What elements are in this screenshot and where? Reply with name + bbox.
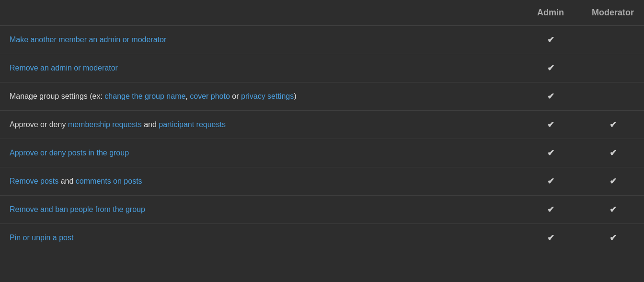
table-row: Remove and ban people from the group✔✔ xyxy=(0,196,644,224)
permissions-table-container: Admin Moderator Make another member an a… xyxy=(0,0,644,252)
feature-text: or xyxy=(230,92,241,100)
checkmark-icon: ✔ xyxy=(610,205,617,214)
admin-check-cell-7: ✔ xyxy=(519,196,582,224)
feature-cell-1: Make another member an admin or moderato… xyxy=(0,26,519,54)
feature-link[interactable]: cover photo xyxy=(190,92,230,100)
checkmark-icon: ✔ xyxy=(610,233,617,243)
feature-link[interactable]: Approve or deny posts in the group xyxy=(10,149,129,157)
feature-cell-5: Approve or deny posts in the group xyxy=(0,139,519,167)
checkmark-icon: ✔ xyxy=(610,120,617,129)
checkmark-icon: ✔ xyxy=(547,35,554,45)
checkmark-icon: ✔ xyxy=(610,148,617,158)
admin-check-cell-1: ✔ xyxy=(519,26,582,54)
moderator-check-cell-5: ✔ xyxy=(582,139,644,167)
feature-text: Manage group settings (ex: xyxy=(10,92,104,100)
moderator-check-cell-2 xyxy=(582,54,644,82)
admin-check-cell-8: ✔ xyxy=(519,224,582,252)
feature-text: and xyxy=(58,177,76,185)
feature-text: , xyxy=(185,92,190,100)
table-row: Approve or deny posts in the group✔✔ xyxy=(0,139,644,167)
checkmark-icon: ✔ xyxy=(547,205,554,214)
moderator-check-cell-7: ✔ xyxy=(582,196,644,224)
feature-cell-6: Remove posts and comments on posts xyxy=(0,167,519,196)
feature-cell-8: Pin or unpin a post xyxy=(0,224,519,252)
checkmark-icon: ✔ xyxy=(610,176,617,186)
feature-link[interactable]: comments on posts xyxy=(76,177,142,185)
table-row: Pin or unpin a post✔✔ xyxy=(0,224,644,252)
table-row: Manage group settings (ex: change the gr… xyxy=(0,82,644,111)
feature-column-header xyxy=(0,0,519,26)
moderator-check-cell-4: ✔ xyxy=(582,111,644,139)
permissions-table: Admin Moderator Make another member an a… xyxy=(0,0,644,252)
feature-link[interactable]: privacy settings xyxy=(241,92,294,100)
admin-check-cell-4: ✔ xyxy=(519,111,582,139)
checkmark-icon: ✔ xyxy=(547,148,554,158)
table-row: Approve or deny membership requests and … xyxy=(0,111,644,139)
feature-text: Approve or deny xyxy=(10,120,68,129)
admin-check-cell-2: ✔ xyxy=(519,54,582,82)
admin-check-cell-5: ✔ xyxy=(519,139,582,167)
moderator-check-cell-3 xyxy=(582,82,644,111)
feature-text: and xyxy=(142,120,159,129)
admin-column-header: Admin xyxy=(519,0,582,26)
feature-cell-3: Manage group settings (ex: change the gr… xyxy=(0,82,519,111)
table-row: Make another member an admin or moderato… xyxy=(0,26,644,54)
moderator-check-cell-1 xyxy=(582,26,644,54)
admin-check-cell-3: ✔ xyxy=(519,82,582,111)
checkmark-icon: ✔ xyxy=(547,176,554,186)
table-row: Remove posts and comments on posts✔✔ xyxy=(0,167,644,196)
feature-link[interactable]: Remove an admin or moderator xyxy=(10,64,118,72)
feature-link[interactable]: Remove posts xyxy=(10,177,58,185)
feature-link[interactable]: membership requests xyxy=(68,120,142,129)
feature-link[interactable]: Remove and ban people from the group xyxy=(10,205,145,213)
feature-cell-7: Remove and ban people from the group xyxy=(0,196,519,224)
admin-check-cell-6: ✔ xyxy=(519,167,582,196)
feature-cell-4: Approve or deny membership requests and … xyxy=(0,111,519,139)
feature-link[interactable]: Make another member an admin or moderato… xyxy=(10,35,166,44)
checkmark-icon: ✔ xyxy=(547,92,554,101)
feature-link[interactable]: Pin or unpin a post xyxy=(10,234,73,242)
feature-link[interactable]: change the group name xyxy=(104,92,185,100)
feature-link[interactable]: participant requests xyxy=(159,120,226,129)
moderator-column-header: Moderator xyxy=(582,0,644,26)
checkmark-icon: ✔ xyxy=(547,233,554,243)
feature-text: ) xyxy=(294,92,296,100)
moderator-check-cell-6: ✔ xyxy=(582,167,644,196)
feature-cell-2: Remove an admin or moderator xyxy=(0,54,519,82)
checkmark-icon: ✔ xyxy=(547,120,554,129)
table-header-row: Admin Moderator xyxy=(0,0,644,26)
table-row: Remove an admin or moderator✔ xyxy=(0,54,644,82)
moderator-check-cell-8: ✔ xyxy=(582,224,644,252)
checkmark-icon: ✔ xyxy=(547,63,554,73)
